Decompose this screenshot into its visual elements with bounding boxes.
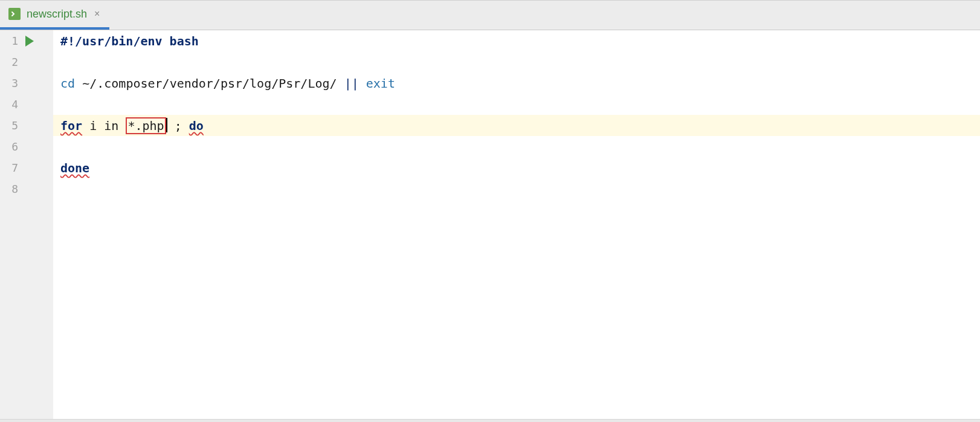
gutter-row[interactable]: 1 [0,30,53,51]
line-number: 6 [0,140,21,153]
code-line[interactable]: cd ~/.composer/vendor/psr/log/Psr/Log/ |… [53,73,980,94]
line-number: 8 [0,183,21,195]
bottom-border [0,419,980,422]
gutter: 1 2 3 4 5 6 7 8 [0,30,53,419]
shebang: #!/usr/bin/env bash [60,34,199,48]
glob-pattern: *.php [126,117,166,134]
tab-newscript[interactable]: newscript.sh × [0,1,109,30]
tab-label: newscript.sh [27,8,87,21]
code-line[interactable] [53,178,980,200]
separator: ; [167,118,189,133]
kw-done: done [60,161,89,175]
code-line[interactable] [53,136,980,157]
text-cursor [166,118,167,132]
code-line[interactable] [53,51,980,73]
code-line[interactable]: done [53,157,980,178]
gutter-row[interactable]: 8 [0,178,53,200]
code-area[interactable]: #!/usr/bin/env bash cd ~/.composer/vendo… [53,30,980,419]
shell-script-icon [8,8,21,20]
kw-do: do [189,118,204,133]
code-line[interactable] [53,94,980,115]
gutter-row[interactable]: 3 [0,73,53,94]
gutter-row[interactable]: 7 [0,157,53,178]
spacer [359,76,366,91]
run-icon[interactable] [25,36,34,47]
line-number: 7 [0,161,21,174]
or-operator: || [344,76,359,91]
gutter-row[interactable]: 2 [0,51,53,73]
cmd-exit: exit [366,76,395,91]
gutter-row[interactable]: 4 [0,94,53,115]
line-number: 4 [0,98,21,111]
line-number: 5 [0,119,21,132]
line-number: 3 [0,77,21,89]
tab-bar: newscript.sh × [0,0,980,30]
loop-var: i in [82,118,126,133]
kw-for: for [60,118,82,133]
gutter-row[interactable]: 6 [0,136,53,157]
line-number: 2 [0,56,21,68]
code-line-current[interactable]: for i in *.php ; do [53,115,980,136]
code-line[interactable]: #!/usr/bin/env bash [53,30,980,51]
cmd-cd: cd [60,76,75,91]
gutter-row[interactable]: 5 [0,115,53,136]
path-text: ~/.composer/vendor/psr/log/Psr/Log/ [75,76,344,91]
close-icon[interactable]: × [93,8,101,19]
editor: 1 2 3 4 5 6 7 8 #!/usr/bin/env bash cd ~… [0,30,980,419]
line-number: 1 [0,34,21,47]
